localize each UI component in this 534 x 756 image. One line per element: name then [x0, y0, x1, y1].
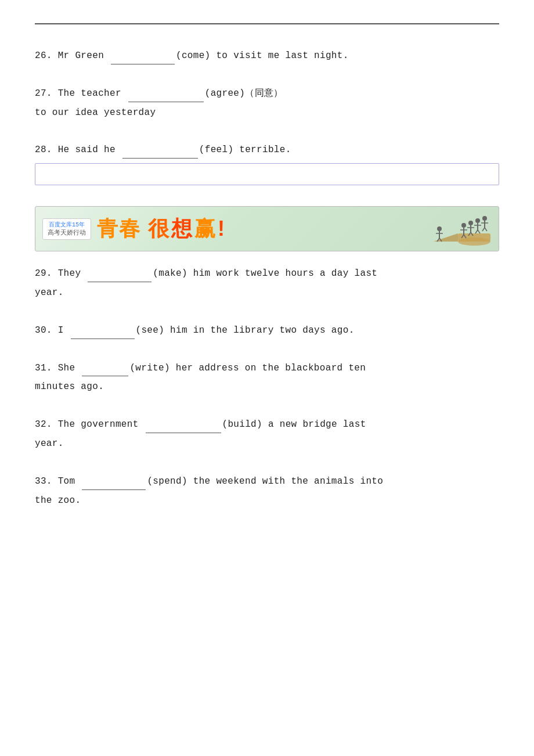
svg-line-27 — [485, 228, 487, 231]
q32-blank — [146, 433, 221, 433]
ad-main-text: 青春 很 想 赢 ! — [97, 215, 416, 243]
q33-blank — [82, 489, 146, 490]
q30-blank — [71, 339, 135, 339]
svg-line-22 — [478, 230, 480, 233]
top-divider — [35, 23, 499, 24]
ad-ying: 赢 — [194, 215, 217, 243]
svg-point-13 — [468, 221, 473, 225]
q27-text: 27. The teacher (agree)（同意） — [35, 88, 283, 99]
question-26: 26. Mr Green (come) to visit me last nig… — [35, 48, 499, 64]
ad-illustration — [422, 208, 492, 250]
question-29: 29. They (make) him work twelve hours a … — [35, 265, 499, 301]
svg-point-8 — [461, 223, 466, 228]
q31-continuation: minutes ago. — [35, 379, 499, 395]
question-30: 30. I (see) him in the library two days … — [35, 322, 499, 339]
page-container: 26. Mr Green (come) to visit me last nig… — [0, 0, 534, 756]
q28-text: 28. He said he (feel) terrible. — [35, 145, 291, 155]
ad-badge-line1: 百度文库15年 — [48, 221, 86, 229]
q28-answer-box[interactable] — [35, 163, 499, 185]
ad-exclaim: ! — [218, 217, 225, 241]
question-28: 28. He said he (feel) terrible. — [35, 142, 499, 185]
q26-blank — [111, 64, 175, 64]
ad-hen: 很 — [148, 215, 170, 243]
svg-marker-2 — [434, 233, 458, 242]
q26-text: 26. Mr Green (come) to visit me last nig… — [35, 51, 349, 61]
q32-continuation: year. — [35, 435, 499, 452]
svg-point-18 — [475, 218, 480, 223]
svg-line-26 — [482, 228, 485, 231]
ad-xiang: 想 — [171, 215, 193, 243]
question-33: 33. Tom (spend) the weekend with the ani… — [35, 473, 499, 509]
q31-blank — [82, 376, 128, 376]
ad-banner[interactable]: 百度文库15年 高考天娇行动 青春 很 想 赢 ! — [35, 206, 499, 251]
q33-text: 33. Tom (spend) the weekend with the ani… — [35, 476, 383, 487]
q31-text: 31. She (write) her address on the black… — [35, 363, 366, 373]
q27-blank — [128, 102, 204, 102]
question-27: 27. The teacher (agree)（同意） to our idea … — [35, 85, 499, 121]
svg-rect-1 — [458, 233, 490, 242]
ad-badge: 百度文库15年 高考天娇行动 — [42, 218, 91, 240]
q29-continuation: year. — [35, 285, 499, 301]
q29-text: 29. They (make) him work twelve hours a … — [35, 268, 377, 279]
question-32: 32. The government (build) a new bridge … — [35, 416, 499, 452]
svg-point-3 — [437, 226, 442, 231]
q27-continuation: to our idea yesterday — [35, 105, 499, 121]
q33-continuation: the zoo. — [35, 492, 499, 509]
question-31: 31. She (write) her address on the black… — [35, 360, 499, 396]
ad-qingchun: 青春 — [97, 215, 141, 243]
q29-blank — [88, 282, 151, 282]
ad-badge-line2: 高考天娇行动 — [48, 229, 86, 237]
svg-point-23 — [482, 216, 487, 221]
q32-text: 32. The government (build) a new bridge … — [35, 419, 366, 430]
svg-line-21 — [475, 230, 478, 233]
stick-figures-svg — [422, 208, 492, 247]
q28-blank — [122, 158, 198, 159]
q30-text: 30. I (see) him in the library two days … — [35, 325, 355, 336]
